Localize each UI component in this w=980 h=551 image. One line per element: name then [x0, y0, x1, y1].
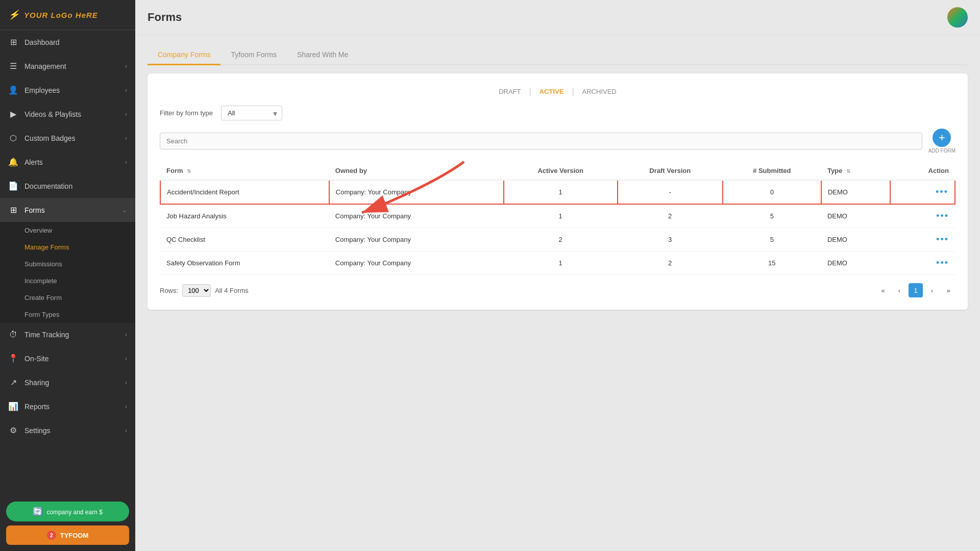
search-input[interactable]	[160, 133, 922, 149]
cell-type: DEMO	[821, 204, 890, 228]
pagination: « ‹ 1 › »	[876, 283, 955, 297]
cell-active-version: 2	[504, 228, 618, 252]
tab-shared-with-me[interactable]: Shared With Me	[287, 45, 358, 65]
cell-draft-version: 2	[618, 204, 723, 228]
sidebar-item-label: Employees	[24, 86, 60, 94]
logo-text: YOUR LoGo HeRE	[24, 11, 98, 19]
alerts-icon: 🔔	[8, 157, 18, 167]
submenu-item-manage-forms[interactable]: Manage Forms	[0, 239, 135, 256]
cell-draft-version: 3	[618, 228, 723, 252]
status-tabs: DRAFT | ACTIVE | ARCHIVED	[160, 86, 955, 97]
sort-icon-form: ⇅	[187, 168, 191, 174]
table-row[interactable]: QC Checklist Company: Your Company 2 3 5…	[160, 228, 955, 252]
total-forms-label: All 4 Forms	[215, 287, 249, 294]
cell-type: DEMO	[821, 252, 890, 275]
submenu-item-overview[interactable]: Overview	[0, 222, 135, 239]
sidebar-item-dashboard[interactable]: ⊞ Dashboard	[0, 30, 135, 54]
tab-tyfoom-forms[interactable]: Tyfoom Forms	[220, 45, 286, 65]
sidebar-item-label: Videos & Playlists	[24, 110, 81, 118]
cell-form: Accident/Incident Report	[160, 180, 329, 204]
time-tracking-icon: ⏱	[8, 330, 18, 339]
col-type: Type ⇅	[821, 162, 890, 180]
sidebar-item-label: Custom Badges	[24, 134, 76, 142]
sort-icon-type: ⇅	[846, 168, 850, 174]
action-menu-button[interactable]: •••	[936, 211, 949, 221]
sidebar-item-forms[interactable]: ⊞ Forms ⌄	[0, 198, 135, 222]
sidebar-item-employees[interactable]: 👤 Employees ›	[0, 78, 135, 102]
referral-button[interactable]: 🔄 company and earn $	[6, 502, 129, 521]
on-site-icon: 📍	[8, 354, 18, 363]
chevron-icon: ⌄	[122, 207, 127, 214]
cell-active-version: 1	[504, 180, 618, 204]
main-tabs: Company Forms Tyfoom Forms Shared With M…	[148, 45, 968, 65]
col-submitted: # Submitted	[723, 162, 821, 180]
cell-form: Job Hazard Analysis	[160, 204, 329, 228]
pagination-last[interactable]: »	[941, 283, 955, 297]
status-tab-archived[interactable]: ARCHIVED	[582, 86, 617, 97]
sidebar-item-alerts[interactable]: 🔔 Alerts ›	[0, 150, 135, 174]
chevron-icon: ›	[125, 379, 127, 386]
table-row[interactable]: Safety Observation Form Company: Your Co…	[160, 252, 955, 275]
pagination-first[interactable]: «	[876, 283, 890, 297]
filter-select[interactable]: All Safety HR Operations Quality	[221, 106, 282, 120]
sidebar-item-custom-badges[interactable]: ⬡ Custom Badges ›	[0, 126, 135, 150]
sidebar-item-documentation[interactable]: 📄 Documentation	[0, 174, 135, 198]
logo[interactable]: ⚡ YOUR LoGo HeRE	[0, 0, 135, 30]
pagination-prev[interactable]: ‹	[892, 283, 906, 297]
chevron-icon: ›	[125, 159, 127, 166]
submenu-item-incomplete[interactable]: Incomplete	[0, 272, 135, 289]
referral-label: company and earn $	[46, 509, 102, 516]
table-row[interactable]: Job Hazard Analysis Company: Your Compan…	[160, 204, 955, 228]
sidebar-item-management[interactable]: ☰ Management ›	[0, 54, 135, 78]
sidebar-item-time-tracking[interactable]: ⏱ Time Tracking ›	[0, 323, 135, 346]
status-tab-draft[interactable]: DRAFT	[499, 86, 521, 97]
sidebar-item-on-site[interactable]: 📍 On-Site ›	[0, 346, 135, 370]
cell-owned-by: Company: Your Company	[329, 204, 504, 228]
submenu-item-form-types[interactable]: Form Types	[0, 306, 135, 323]
submenu-item-submissions[interactable]: Submissions	[0, 256, 135, 272]
col-draft-version: Draft Version	[618, 162, 723, 180]
tyfoom-label: TYFOOM	[60, 532, 89, 539]
main-content: Forms Company Forms Tyfoom Forms Shared …	[135, 0, 980, 551]
tyfoom-button[interactable]: 2 TYFOOM	[6, 525, 129, 545]
cell-owned-by: Company: Your Company	[329, 180, 504, 204]
management-icon: ☰	[8, 61, 18, 71]
cell-submitted: 0	[723, 180, 821, 204]
pagination-page-1[interactable]: 1	[909, 283, 923, 297]
action-menu-button[interactable]: •••	[936, 258, 949, 268]
action-menu-button[interactable]: •••	[936, 187, 948, 197]
settings-icon: ⚙	[8, 425, 18, 435]
sidebar-item-videos[interactable]: ▶ Videos & Playlists ›	[0, 102, 135, 126]
sidebar-item-settings[interactable]: ⚙ Settings ›	[0, 418, 135, 442]
sidebar-item-reports[interactable]: 📊 Reports ›	[0, 394, 135, 418]
cell-draft-version: 2	[618, 252, 723, 275]
pagination-next[interactable]: ›	[925, 283, 939, 297]
sidebar-item-label: Management	[24, 62, 66, 70]
cell-submitted: 5	[723, 228, 821, 252]
cell-active-version: 1	[504, 204, 618, 228]
action-menu-button[interactable]: •••	[936, 234, 949, 244]
chevron-icon: ›	[125, 87, 127, 94]
submenu-item-create-form[interactable]: Create Form	[0, 289, 135, 306]
rows-per-page-select[interactable]: 100 50 25	[182, 284, 211, 297]
add-form-button[interactable]: +	[933, 129, 951, 147]
filter-label: Filter by form type	[160, 109, 213, 117]
add-form-label: ADD FORM	[928, 148, 955, 154]
logo-icon: ⚡	[8, 9, 20, 20]
sidebar-item-sharing[interactable]: ↗ Sharing ›	[0, 370, 135, 394]
chevron-icon: ›	[125, 63, 127, 70]
chevron-icon: ›	[125, 135, 127, 142]
chevron-icon: ›	[125, 427, 127, 434]
avatar[interactable]	[947, 7, 968, 28]
sidebar-item-label: Documentation	[24, 182, 72, 190]
chevron-icon: ›	[125, 111, 127, 118]
sidebar-item-label: Time Tracking	[24, 331, 69, 339]
sidebar: ⚡ YOUR LoGo HeRE ⊞ Dashboard ☰ Managemen…	[0, 0, 135, 551]
forms-table: Form ⇅ Owned by Active Version Draft Ver…	[160, 162, 955, 275]
sidebar-item-label: Settings	[24, 427, 51, 435]
cell-action: •••	[890, 180, 955, 204]
tab-company-forms[interactable]: Company Forms	[148, 45, 220, 65]
add-form-wrapper: + ADD FORM	[928, 129, 955, 154]
table-row[interactable]: Accident/Incident Report Company: Your C…	[160, 180, 955, 204]
status-tab-active[interactable]: ACTIVE	[540, 86, 564, 97]
